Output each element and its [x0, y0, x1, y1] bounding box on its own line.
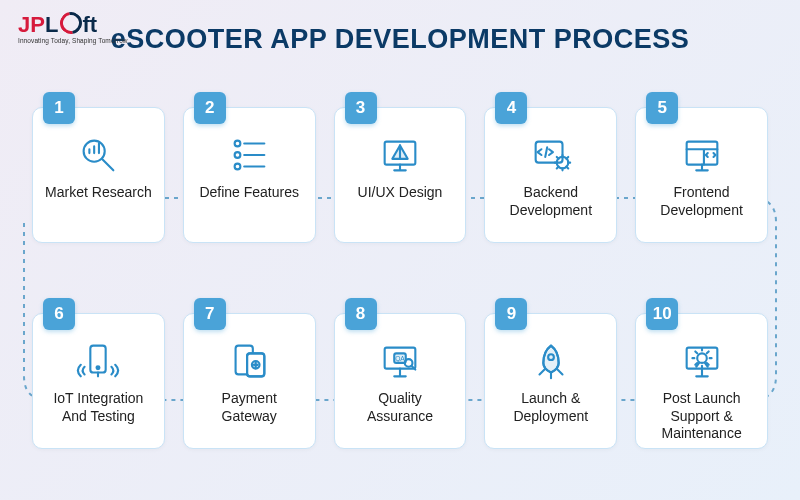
svg-point-3 — [235, 164, 241, 170]
brand-ft: ft — [82, 14, 97, 36]
step-number: 10 — [646, 298, 678, 330]
iot-icon — [75, 338, 121, 384]
step-number: 7 — [194, 298, 226, 330]
step-number: 4 — [495, 92, 527, 124]
research-icon — [75, 132, 121, 178]
step-number: 8 — [345, 298, 377, 330]
svg-point-1 — [235, 141, 241, 147]
brand-logo: JP L ft Innovating Today, Shaping Tomorr… — [18, 14, 128, 45]
step-payment-gateway: 7 Payment Gateway — [183, 313, 316, 449]
brand-tagline: Innovating Today, Shaping Tomorrow — [18, 38, 128, 45]
design-icon — [377, 132, 423, 178]
step-label: Frontend Development — [644, 184, 759, 219]
step-uiux-design: 3 UI/UX Design — [334, 107, 467, 243]
features-icon — [226, 132, 272, 178]
step-label: Launch & Deployment — [493, 390, 608, 425]
step-backend-development: 4 Backend Development — [484, 107, 617, 243]
step-frontend-development: 5 Frontend Development — [635, 107, 768, 243]
backend-icon — [528, 132, 574, 178]
launch-icon — [528, 338, 574, 384]
step-label: Payment Gateway — [192, 390, 307, 425]
qa-icon: QA — [377, 338, 423, 384]
step-label: UI/UX Design — [356, 184, 445, 202]
frontend-icon — [679, 132, 725, 178]
svg-point-2 — [235, 152, 241, 158]
step-number: 1 — [43, 92, 75, 124]
brand-l: L — [45, 14, 58, 36]
step-label: Market Research — [43, 184, 154, 202]
step-launch-deployment: 9 Launch & Deployment — [484, 313, 617, 449]
process-row-1: 1 Market Research 2 Define Features 3 UI… — [32, 107, 768, 243]
svg-text:QA: QA — [395, 355, 405, 363]
step-market-research: 1 Market Research — [32, 107, 165, 243]
svg-point-20 — [697, 353, 707, 363]
step-number: 6 — [43, 298, 75, 330]
payment-icon — [226, 338, 272, 384]
step-quality-assurance: 8 QA Quality Assurance — [334, 313, 467, 449]
support-icon — [679, 338, 725, 384]
step-number: 3 — [345, 92, 377, 124]
step-label: Backend Development — [493, 184, 608, 219]
page-title: eSCOOTER APP DEVELOPMENT PROCESS — [24, 24, 776, 55]
step-number: 5 — [646, 92, 678, 124]
step-label: IoT Integration And Testing — [41, 390, 156, 425]
step-label: Define Features — [197, 184, 301, 202]
step-label: Quality Assurance — [343, 390, 458, 425]
svg-point-9 — [97, 366, 100, 369]
step-iot-integration: 6 IoT Integration And Testing — [32, 313, 165, 449]
step-label: Post Launch Support & Maintenance — [644, 390, 759, 443]
step-number: 9 — [495, 298, 527, 330]
step-number: 2 — [194, 92, 226, 124]
brand-jp: JP — [18, 14, 45, 36]
step-post-launch-support: 10 Post Launch Support & Maintenance — [635, 313, 768, 449]
process-row-2: 6 IoT Integration And Testing 7 Payment … — [32, 313, 768, 449]
step-define-features: 2 Define Features — [183, 107, 316, 243]
